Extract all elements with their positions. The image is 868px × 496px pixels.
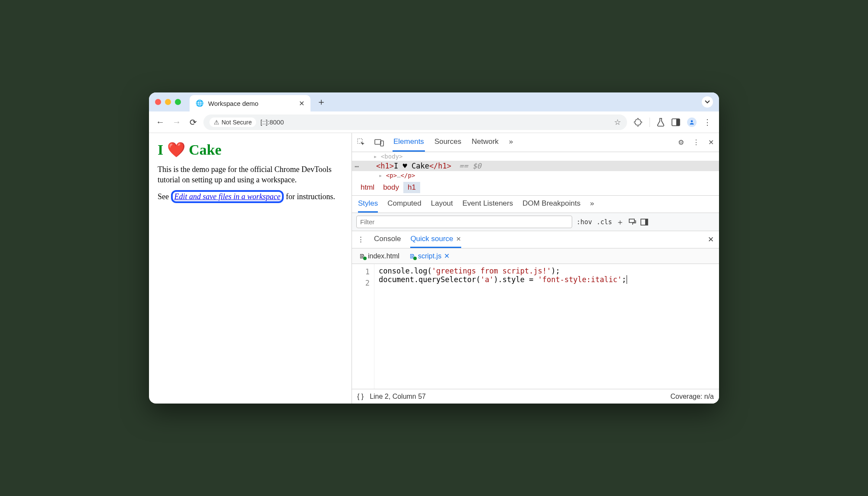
back-button[interactable]: ← [154, 115, 166, 129]
page-heading: I ❤️ Cake [158, 141, 343, 158]
svg-rect-1 [676, 119, 680, 126]
close-window-button[interactable] [155, 99, 161, 105]
new-tab-button[interactable]: ＋ [317, 95, 326, 108]
toolbar: ← → ⟳ ⚠ Not Secure [::]:8000 ☆ [149, 111, 719, 133]
devtools-tabs: Elements Sources Network » ⚙ ⋮ ✕ [352, 133, 719, 152]
styles-tabs: Styles Computed Layout Event Listeners D… [352, 196, 719, 213]
tab-sources[interactable]: Sources [434, 133, 462, 152]
rendered-page: I ❤️ Cake This is the demo page for the … [149, 133, 352, 404]
device-toolbar-icon[interactable] [374, 139, 384, 146]
forward-button[interactable]: → [171, 115, 183, 129]
panel-toggle-icon[interactable] [640, 219, 648, 226]
tab-more[interactable]: » [508, 133, 514, 152]
gear-icon[interactable]: ⚙ [678, 138, 684, 146]
maximize-window-button[interactable] [175, 99, 181, 105]
dom-sel-text: I ♥ Cake [394, 162, 429, 170]
tab-title: Workspace demo [208, 100, 295, 107]
file-icon: 🗎 [409, 252, 415, 260]
tabs-menu-button[interactable] [702, 96, 713, 108]
toolbar-actions: ⋮ [631, 118, 714, 127]
crumb-h1[interactable]: h1 [403, 182, 420, 193]
braces-icon[interactable]: { } [357, 393, 364, 401]
bookmark-star-icon[interactable]: ☆ [614, 118, 621, 127]
file-tab-index[interactable]: 🗎 index.html [358, 251, 400, 262]
svg-rect-8 [645, 219, 648, 225]
cls-toggle[interactable]: .cls [596, 218, 612, 226]
dom-line-selected[interactable]: ⋯ <h1>I ♥ Cake</h1> == $0 [352, 161, 719, 171]
svg-point-2 [691, 120, 693, 122]
dom-sel-meta: == $0 [459, 162, 481, 170]
kebab-menu-button[interactable]: ⋮ [703, 118, 711, 127]
browser-tab[interactable]: 🌐 Workspace demo ✕ [190, 95, 310, 111]
paint-icon[interactable] [628, 218, 636, 226]
page-paragraph-2: See Edit and save files in a workspace f… [158, 191, 343, 202]
devtools-panel: Elements Sources Network » ⚙ ⋮ ✕ ▸ <body… [352, 133, 719, 404]
minimize-window-button[interactable] [165, 99, 171, 105]
p2-prefix: See [158, 192, 171, 201]
add-rule-icon[interactable]: ＋ [616, 217, 624, 227]
browser-window: 🌐 Workspace demo ✕ ＋ ← → ⟳ ⚠ Not Secure … [149, 92, 719, 404]
tab-quick-source-label: Quick source [410, 235, 453, 243]
tab-layout[interactable]: Layout [431, 196, 453, 213]
svg-rect-6 [629, 219, 634, 223]
code-editor[interactable]: 12 console.log('greetings from script.js… [352, 264, 719, 389]
close-quick-source-icon[interactable]: ✕ [456, 235, 461, 242]
dom-tree[interactable]: ▸ <body> ⋯ <h1>I ♥ Cake</h1> == $0 ▸ <p>… [352, 152, 719, 180]
close-file-icon[interactable]: ✕ [444, 252, 450, 260]
code-content[interactable]: console.log('greetings from script.js!')… [374, 264, 636, 389]
close-devtools-button[interactable]: ✕ [708, 138, 714, 146]
tab-styles[interactable]: Styles [358, 196, 378, 213]
styles-filter-input[interactable] [356, 216, 572, 228]
window-controls [155, 99, 181, 105]
cursor-position: Line 2, Column 57 [370, 393, 426, 401]
p2-suffix: for instructions. [284, 192, 335, 201]
dom-line-next: ▸ <p>…</p> [352, 171, 719, 180]
svg-rect-4 [375, 140, 381, 144]
tab-quick-source[interactable]: Quick source ✕ [410, 231, 461, 248]
file-icon: 🗎 [359, 252, 365, 260]
reload-button[interactable]: ⟳ [187, 115, 199, 129]
inspect-icon[interactable] [357, 138, 366, 147]
crumb-html[interactable]: html [356, 182, 379, 193]
security-status[interactable]: ⚠ Not Secure [209, 118, 256, 127]
profile-avatar[interactable] [687, 118, 697, 127]
tab-elements[interactable]: Elements [393, 133, 425, 152]
dom-breadcrumbs: html body h1 [352, 180, 719, 196]
tab-console[interactable]: Console [374, 231, 401, 248]
drawer-kebab-icon[interactable]: ⋮ [357, 235, 364, 244]
tab-styles-more[interactable]: » [590, 196, 594, 213]
gutter: 12 [352, 264, 374, 389]
separator [649, 118, 650, 127]
coverage-status: Coverage: n/a [670, 393, 714, 401]
file-index-label: index.html [368, 252, 399, 260]
crumb-body[interactable]: body [379, 182, 403, 193]
address-bar[interactable]: ⚠ Not Secure [::]:8000 ☆ [203, 114, 627, 130]
content-area: I ❤️ Cake This is the demo page for the … [149, 133, 719, 404]
extensions-icon[interactable] [634, 118, 643, 127]
tab-dom-breakpoints[interactable]: DOM Breakpoints [523, 196, 580, 213]
styles-filter-row: :hov .cls ＋ [352, 213, 719, 231]
drawer-tabs: ⋮ Console Quick source ✕ ✕ [352, 231, 719, 248]
ellipsis-icon[interactable]: ⋯ [355, 162, 359, 171]
warning-icon: ⚠ [214, 119, 219, 126]
close-tab-button[interactable]: ✕ [299, 99, 304, 108]
hov-toggle[interactable]: :hov [577, 218, 592, 226]
labs-icon[interactable] [657, 118, 665, 127]
file-tab-script[interactable]: 🗎 script.js ✕ [408, 250, 450, 262]
url-text: [::]:8000 [260, 118, 284, 126]
kebab-icon[interactable]: ⋮ [693, 138, 700, 146]
file-tabs: 🗎 index.html 🗎 script.js ✕ [352, 248, 719, 264]
tab-event-listeners[interactable]: Event Listeners [463, 196, 513, 213]
statusbar: { } Line 2, Column 57 Coverage: n/a [352, 389, 719, 404]
chevron-down-icon [705, 100, 710, 104]
titlebar: 🌐 Workspace demo ✕ ＋ [149, 92, 719, 111]
workspace-tutorial-link[interactable]: Edit and save files in a workspace [171, 190, 284, 203]
tab-computed[interactable]: Computed [387, 196, 421, 213]
tab-network[interactable]: Network [471, 133, 499, 152]
security-label: Not Secure [222, 119, 252, 126]
file-script-label: script.js [418, 252, 441, 260]
globe-icon: 🌐 [196, 99, 204, 107]
panel-icon[interactable] [672, 118, 680, 126]
dom-line-prev: ▸ <body> [352, 152, 719, 161]
close-drawer-button[interactable]: ✕ [708, 235, 714, 244]
